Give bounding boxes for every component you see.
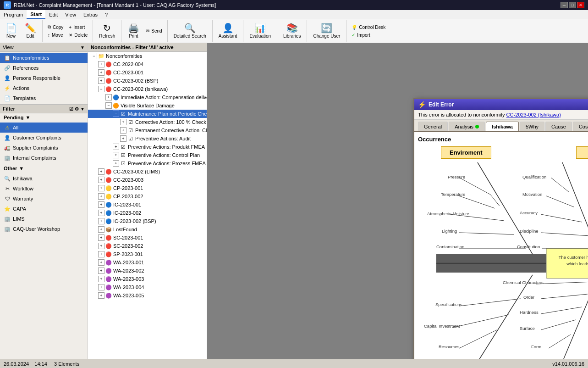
tree-item-wa-001[interactable]: + 🟣 WA-2023-001 (88, 258, 207, 267)
expand-sc-001[interactable]: + (98, 234, 104, 241)
expand-perm-corrective[interactable]: + (120, 127, 126, 134)
expand-lostfound[interactable]: + (98, 226, 104, 233)
tree-item-maintenance-plan[interactable]: − ☑ Maintenance Plan not Periodic Checke… (88, 110, 207, 118)
tree-item-prev-fmea[interactable]: + ☑ Preventive Actions: Produkt FMEA (88, 143, 207, 151)
tab-ishikawa[interactable]: Ishikawa (486, 122, 519, 131)
expand-prev-control[interactable]: + (113, 152, 119, 158)
expand-prev-fmea[interactable]: + (113, 144, 119, 150)
sidebar-item-all[interactable]: ⚠ All (0, 123, 88, 133)
sidebar-item-workflow[interactable]: ✂ Workflow (0, 184, 88, 194)
sidebar-item-customer[interactable]: 👤 Customer Complaints (0, 133, 88, 143)
menu-extras[interactable]: Extras (80, 10, 101, 19)
tree-item-wa-005[interactable]: + 🟣 WA-2023-005 (88, 291, 207, 300)
expand-prev-audit[interactable]: + (120, 135, 126, 142)
refresh-button[interactable]: ↻ Refresh (96, 21, 118, 41)
expand-ic-001[interactable]: + (98, 201, 104, 208)
sidebar-item-ishikawa[interactable]: 🔍 Ishikawa (0, 173, 88, 184)
sidebar-item-persons[interactable]: 👤 Persons Responsible (0, 73, 88, 83)
sidebar-item-capa[interactable]: ⭐ CAPA (0, 204, 88, 214)
filter-settings-icon[interactable]: ⚙ (75, 106, 79, 112)
expand-cp-002[interactable]: + (98, 193, 104, 200)
tree-item-sc-001[interactable]: + 🔴 SC-2023-001 (88, 234, 207, 242)
tab-cause[interactable]: Cause (545, 122, 572, 131)
sidebar-item-nonconformities[interactable]: 📋 Nonconformities (0, 53, 88, 63)
sidebar-item-references[interactable]: 🔗 References (0, 63, 88, 73)
edit-button[interactable]: ✏️ Edit (21, 21, 39, 41)
expand-wa-005[interactable]: + (98, 292, 104, 299)
expand-surface[interactable]: − (105, 102, 112, 109)
delete-button[interactable]: ✕ Delete (66, 32, 90, 39)
detailed-search-button[interactable]: 🔍 Detailed Search (170, 21, 209, 41)
maximize-btn[interactable]: □ (569, 2, 576, 8)
tree-item-cp-002[interactable]: + 🟡 CP-2023-002 (88, 192, 207, 201)
other-header[interactable]: Other ▼ (0, 164, 88, 173)
expand-nonconformities[interactable]: − (91, 53, 97, 59)
pending-header[interactable]: Pending ▼ (0, 113, 88, 122)
tree-item-corrective-100[interactable]: + ☑ Corrective Action: 100 % Check (88, 118, 207, 126)
tab-5why[interactable]: 5Why (520, 122, 544, 131)
tree-item-cc-2023-001[interactable]: + 🔴 CC-2023-001 (88, 68, 207, 77)
tree-item-sc-002[interactable]: + 🔴 SC-2023-002 (88, 242, 207, 250)
tree-item-wa-003[interactable]: + 🟣 WA-2023-003 (88, 275, 207, 283)
expand-corrective-100[interactable]: + (120, 119, 126, 125)
expand-wa-004[interactable]: + (98, 284, 104, 290)
tab-analysis[interactable]: Analysis (449, 122, 485, 131)
tree-item-nonconformities[interactable]: − 📁 Nonconformities (88, 52, 207, 60)
tree-item-immediate-action[interactable]: + 🔵 Immediate Action: Compensation deliv… (88, 93, 207, 101)
tree-item-ic-002[interactable]: + 🔵 IC-2023-002 (88, 209, 207, 217)
expand-cc-2022-004[interactable]: + (98, 61, 104, 67)
change-user-button[interactable]: 🔄 Change User (310, 21, 343, 41)
filter-expand-icon[interactable]: ▼ (80, 106, 85, 112)
menu-start[interactable]: Start (27, 10, 45, 19)
tree-item-prev-prozess[interactable]: + ☑ Preventive Actions: Prozess FMEA (88, 159, 207, 167)
tree-item-wa-002[interactable]: + 🟣 WA-2023-002 (88, 267, 207, 275)
new-button[interactable]: 📄 New (2, 21, 20, 41)
tree-item-cc-2022-004[interactable]: + 🔴 CC-2022-004 (88, 60, 207, 68)
expand-lims[interactable]: + (98, 168, 104, 175)
expand-sc-002[interactable]: + (98, 243, 104, 249)
expand-sp-001[interactable]: + (98, 251, 104, 257)
move-button[interactable]: ↕ Move (45, 32, 66, 39)
assistant-button[interactable]: 👤 Assistant (215, 21, 241, 41)
menu-view[interactable]: View (61, 10, 80, 19)
tree-item-cc-2023-002-ishikawa[interactable]: − 🔴 CC-2023-002 (Ishikawa) (88, 85, 207, 93)
expand-cc-2023-002-ish[interactable]: − (98, 86, 104, 92)
tree-item-lostfound[interactable]: + 📦 LostFound (88, 225, 207, 234)
view-header-arrow[interactable]: ▼ (80, 45, 85, 50)
tree-item-sp-001[interactable]: + 🔴 SP-2023-001 (88, 250, 207, 258)
tree-item-cc-2023-002-bsp[interactable]: + 🔴 CC-2023-002 (BSP) (88, 77, 207, 85)
expand-maintenance[interactable]: − (113, 111, 119, 117)
expand-ic-002[interactable]: + (98, 210, 104, 216)
tree-item-cp-001[interactable]: + 🟡 CP-2023-001 (88, 184, 207, 192)
tree-item-prev-control[interactable]: + ☑ Preventive Actions: Control Plan (88, 151, 207, 159)
print-button[interactable]: 🖨️ Print (124, 21, 143, 41)
minimize-btn[interactable]: ─ (561, 2, 568, 8)
sidebar-item-supplier[interactable]: 🚛 Supplier Complaints (0, 143, 88, 153)
send-button[interactable]: ✉ Send (143, 28, 164, 34)
tree-item-ic-001[interactable]: + 🔵 IC-2023-001 (88, 201, 207, 209)
expand-cc-2023-001[interactable]: + (98, 69, 104, 76)
sidebar-item-warranty[interactable]: 🛡 Warranty (0, 194, 88, 204)
tree-item-cc-2023-003[interactable]: + 🔴 CC-2023-003 (88, 176, 207, 184)
sidebar-item-templates[interactable]: 📄 Templates (0, 93, 88, 103)
expand-ic-bsp[interactable]: + (98, 218, 104, 224)
tree-item-visible-surface[interactable]: − 🟠 Visible Surface Damage (88, 101, 207, 110)
expand-cc-2023-002-bsp[interactable]: + (98, 78, 104, 84)
import-button[interactable]: ✓ Import (349, 32, 388, 39)
tree-item-perm-corrective[interactable]: + ☑ Permanent Corrective Action: Chan... (88, 126, 207, 134)
filter-checkbox[interactable]: ☑ (69, 106, 73, 112)
tree-item-prev-audit[interactable]: + ☑ Preventive Actions: Audit (88, 134, 207, 143)
tree-item-ic-002-bsp[interactable]: + 🔵 IC-2023-002 (BSP) (88, 217, 207, 225)
tree-item-wa-004[interactable]: + 🟣 WA-2023-004 (88, 283, 207, 291)
copy-button[interactable]: ⧉ Copy (45, 23, 66, 31)
expand-wa-001[interactable]: + (98, 259, 104, 266)
expand-wa-003[interactable]: + (98, 276, 104, 282)
sidebar-item-internal[interactable]: 🏢 Internal Complaints (0, 153, 88, 163)
libraries-button[interactable]: 📚 Libraries (280, 21, 304, 41)
expand-cp-001[interactable]: + (98, 185, 104, 191)
close-btn[interactable]: ✕ (577, 2, 584, 8)
expand-prev-prozess[interactable]: + (113, 160, 119, 167)
tab-costs[interactable]: Costs (573, 122, 588, 131)
subtitle-link[interactable]: CC-2023-002 (Ishikawa) (506, 112, 561, 117)
menu-edit[interactable]: Edit (45, 10, 61, 19)
